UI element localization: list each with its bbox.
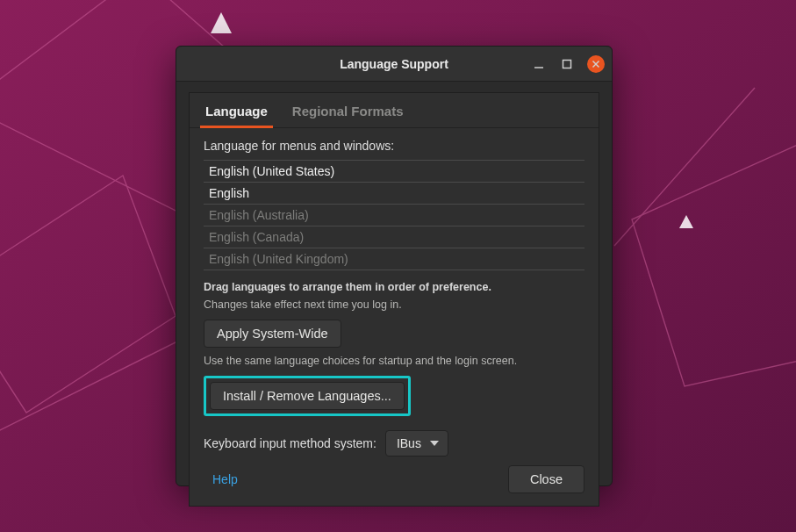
help-link[interactable]: Help (204, 467, 247, 492)
maximize-button[interactable] (559, 56, 575, 72)
keyboard-input-value: IBus (397, 436, 421, 450)
svg-rect-9 (563, 61, 571, 68)
chevron-down-icon (430, 441, 439, 446)
install-remove-languages-button[interactable]: Install / Remove Languages... (210, 382, 405, 410)
close-button[interactable]: Close (508, 465, 584, 493)
drag-hint: Changes take effect next time you log in… (204, 298, 584, 311)
tab-language[interactable]: Language (205, 100, 268, 127)
language-row[interactable]: English (United Kingdom) (204, 248, 584, 270)
keyboard-input-select[interactable]: IBus (385, 430, 448, 457)
keyboard-input-label: Keyboard input method system: (204, 436, 376, 450)
language-row[interactable]: English (Canada) (204, 226, 584, 248)
language-support-window: Language Support Language Regional Forma… (176, 46, 613, 486)
language-row[interactable]: English (204, 183, 584, 205)
window-title: Language Support (340, 57, 448, 71)
keyboard-input-row: Keyboard input method system: IBus (204, 430, 584, 457)
window-controls (531, 47, 605, 82)
apply-system-wide-button[interactable]: Apply System-Wide (204, 320, 341, 348)
apply-hint: Use the same language choices for startu… (204, 355, 584, 367)
install-remove-highlight: Install / Remove Languages... (204, 376, 411, 416)
drag-hint-bold: Drag languages to arrange them in order … (204, 281, 584, 293)
tab-bar: Language Regional Formats (190, 93, 599, 128)
language-row[interactable]: English (Australia) (204, 205, 584, 226)
tab-regional-formats[interactable]: Regional Formats (292, 100, 404, 127)
titlebar[interactable]: Language Support (176, 47, 612, 82)
language-list[interactable]: English (United States) English English … (204, 160, 584, 270)
dialog-content: Language Regional Formats Language for m… (189, 92, 599, 507)
language-row[interactable]: English (United States) (204, 160, 584, 183)
tab-language-body: Language for menus and windows: English … (190, 128, 599, 460)
dialog-footer: Help Close (190, 460, 599, 499)
language-list-label: Language for menus and windows: (204, 139, 584, 153)
close-window-button[interactable] (587, 55, 605, 73)
minimize-button[interactable] (531, 56, 547, 72)
